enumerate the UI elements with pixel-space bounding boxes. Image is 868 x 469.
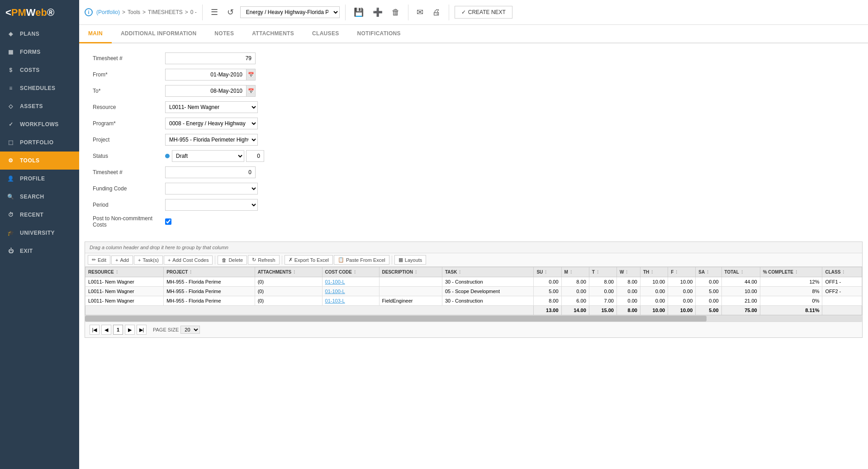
cost-icon: + [168, 257, 171, 263]
funding-select[interactable] [165, 183, 258, 194]
post-checkbox[interactable] [165, 218, 171, 225]
cell-project: MH-955 - Florida Perime [164, 277, 255, 287]
schedules-icon: ≡ [6, 84, 15, 93]
period-select[interactable] [165, 199, 258, 211]
sidebar-item-portfolio[interactable]: ⬚ PORTFOLIO [0, 133, 79, 152]
tab-main[interactable]: MAIN [79, 25, 112, 43]
refresh-button[interactable]: ↻ Refresh [248, 255, 280, 265]
program-field-select[interactable]: 0008 - Energy / Heavy Highway [165, 118, 258, 129]
footer-empty [85, 306, 534, 315]
info-icon[interactable]: i [85, 8, 93, 16]
sidebar-item-forms[interactable]: ▦ FORMS [0, 43, 79, 61]
menu-button[interactable]: ☰ [208, 5, 221, 19]
page-size-select[interactable]: 20 [180, 326, 200, 334]
footer-total: 75.00 [721, 306, 760, 315]
print-button[interactable]: 🖨 [430, 6, 443, 19]
project-select[interactable]: MH-955 - Florida Perimeter Highway [165, 134, 258, 146]
add-button[interactable]: ➕ [370, 5, 385, 19]
sidebar-item-profile[interactable]: 👤 PROFILE [0, 170, 79, 188]
grid-add-button[interactable]: + Add [111, 256, 133, 265]
exit-icon: ⏻ [6, 246, 15, 256]
save-button[interactable]: 💾 [351, 5, 366, 19]
to-calendar-icon[interactable]: 📅 [247, 85, 256, 97]
status-select[interactable]: Draft [172, 150, 244, 162]
table-row: L0011- Nem Wagner MH-955 - Florida Perim… [85, 287, 862, 296]
breadcrumb-portfolio[interactable]: (Portfolio) [96, 9, 120, 15]
status-label: Status [93, 153, 165, 159]
logo-text: <PMWeb® [5, 7, 54, 19]
cell-sa: 0.00 [696, 277, 721, 287]
tab-notifications[interactable]: NOTIFICATIONS [348, 25, 410, 43]
next-page-button[interactable]: ▶ [125, 325, 135, 335]
from-input[interactable] [165, 69, 247, 81]
tab-attachments[interactable]: ATTACHMENTS [243, 25, 303, 43]
to-input[interactable] [165, 85, 247, 97]
cell-cost-code[interactable]: 01-100-L [322, 277, 379, 287]
sidebar-item-university[interactable]: 🎓 UNIVERSITY [0, 224, 79, 242]
footer-f: 10.00 [668, 306, 696, 315]
cell-cost-code[interactable]: 01-100-L [322, 287, 379, 296]
delete-button[interactable]: 🗑 [389, 6, 403, 19]
period-label: Period [93, 202, 165, 208]
layouts-button[interactable]: ▦ Layouts [394, 255, 427, 265]
sidebar-item-assets[interactable]: ◇ ASSETS [0, 97, 79, 115]
current-page-input[interactable] [113, 325, 123, 335]
paste-button[interactable]: 📋 Paste From Excel [334, 255, 389, 265]
cell-f: 10.00 [668, 277, 696, 287]
task-icon: + [138, 257, 141, 263]
sidebar-item-plans[interactable]: ◈ PLANS [0, 25, 79, 43]
cell-attachments: (0) [255, 277, 322, 287]
toolbar-separator [202, 5, 203, 20]
status-num-input[interactable] [246, 150, 264, 162]
sidebar-item-search[interactable]: 🔍 SEARCH [0, 188, 79, 206]
export-button[interactable]: ✗ Export To Excel [285, 255, 333, 265]
toolbar-separator-4 [449, 5, 449, 20]
cell-su: 0.00 [534, 277, 561, 287]
program-select[interactable]: Energy / Heavy Highway-Florida Perir [240, 6, 340, 18]
horizontal-scrollbar[interactable] [85, 315, 862, 322]
col-task: TASK⋮ [442, 267, 533, 277]
prev-page-button[interactable]: ◀ [101, 325, 111, 335]
program-row: Program* 0008 - Energy / Heavy Highway [93, 118, 854, 129]
sidebar: <PMWeb® ◈ PLANS ▦ FORMS $ COSTS ≡ SCHEDU… [0, 0, 79, 469]
resource-select[interactable]: L0011- Nem Wagner [165, 101, 258, 113]
sidebar-item-exit[interactable]: ⏻ EXIT [0, 242, 79, 260]
cell-t: 7.00 [589, 296, 617, 306]
costs-icon: $ [6, 66, 15, 75]
last-page-button[interactable]: ▶| [137, 325, 147, 335]
sidebar-item-tools[interactable]: ⚙ TOOLS [0, 152, 79, 170]
refresh-icon: ↻ [252, 257, 256, 263]
email-button[interactable]: ✉ [414, 5, 426, 19]
edit-button[interactable]: ✏ Edit [88, 255, 110, 265]
cell-cost-code[interactable]: 01-103-L [322, 296, 379, 306]
sidebar-item-recent[interactable]: ⏱ RECENT [0, 206, 79, 224]
tab-clauses[interactable]: CLAUSES [303, 25, 348, 43]
sidebar-item-costs[interactable]: $ COSTS [0, 61, 79, 79]
task-button[interactable]: + Task(s) [134, 256, 163, 265]
undo-button[interactable]: ↺ [224, 5, 237, 19]
resource-label: Resource [93, 104, 165, 110]
first-page-button[interactable]: |◀ [90, 325, 100, 335]
status-row: Status Draft [93, 150, 854, 162]
cell-sa: 5.00 [696, 287, 721, 296]
sidebar-item-label: RECENT [20, 212, 43, 218]
add-cost-button[interactable]: + Add Cost Codes [164, 256, 213, 265]
col-m: M⋮ [561, 267, 589, 277]
col-th: TH⋮ [640, 267, 668, 277]
tab-additional[interactable]: ADDITIONAL INFORMATION [112, 25, 205, 43]
timesheet-input[interactable] [165, 52, 256, 64]
period-row: Period [93, 199, 854, 211]
pagination: |◀ ◀ ▶ ▶| PAGE SIZE 20 [85, 322, 862, 337]
grid-delete-button[interactable]: 🗑 Delete [218, 256, 247, 265]
footer-th: 10.00 [640, 306, 668, 315]
tab-notes[interactable]: NOTES [205, 25, 243, 43]
timesheet2-input[interactable] [165, 166, 256, 178]
create-next-button[interactable]: ✓ CREATE NEXT [455, 6, 512, 19]
from-calendar-icon[interactable]: 📅 [247, 69, 256, 81]
sidebar-item-workflows[interactable]: ✓ WORKFLOWS [0, 115, 79, 133]
cell-description [379, 287, 442, 296]
resource-row: Resource L0011- Nem Wagner [93, 101, 854, 113]
tabs-bar: MAIN ADDITIONAL INFORMATION NOTES ATTACH… [79, 25, 868, 43]
sidebar-item-schedules[interactable]: ≡ SCHEDULES [0, 79, 79, 97]
cell-w: 8.00 [617, 277, 640, 287]
